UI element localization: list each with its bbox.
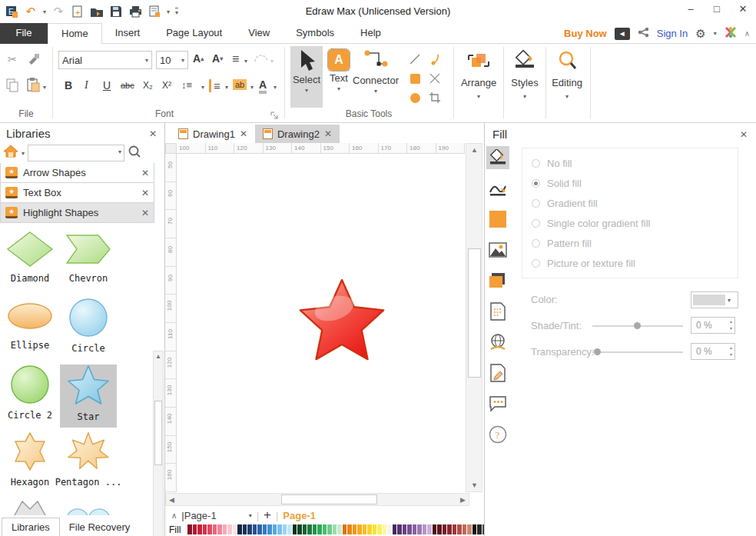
vertical-scrollbar[interactable]: ▲ ▼ xyxy=(466,143,482,492)
section-close-icon[interactable]: ✕ xyxy=(141,168,149,178)
menu-tab[interactable]: Symbols xyxy=(283,23,347,44)
shade-tint-spinbox[interactable]: 0 % ▴▾ xyxy=(691,317,735,334)
palette-swatch[interactable] xyxy=(193,524,197,534)
menu-tab[interactable]: File xyxy=(0,23,48,44)
line-spacing-icon[interactable]: ↕≡ xyxy=(181,79,192,91)
font-size-combo[interactable]: 10 ▾ xyxy=(156,51,188,69)
palette-swatch[interactable] xyxy=(383,524,387,534)
palette-swatch[interactable] xyxy=(363,524,367,534)
palette-swatch[interactable] xyxy=(417,524,422,534)
palette-swatch[interactable] xyxy=(333,524,337,534)
home-dropdown-icon[interactable]: ▾ xyxy=(22,150,25,157)
align-text-icon[interactable]: ≡ xyxy=(232,52,239,66)
spin-up-icon[interactable]: ▴ xyxy=(730,318,732,325)
transparency-slider[interactable] xyxy=(592,351,683,353)
styles-button[interactable]: Styles ▾ xyxy=(506,46,544,108)
page-dropdown[interactable]: |Page-1 xyxy=(181,510,216,521)
redo-icon[interactable]: ↷ xyxy=(51,5,65,18)
scroll-up-icon[interactable]: ▲ xyxy=(471,146,478,154)
palette-swatch[interactable] xyxy=(467,524,472,534)
spin-up-icon[interactable]: ▴ xyxy=(730,345,732,351)
menu-tab[interactable]: Insert xyxy=(102,23,154,44)
comment-tab-icon[interactable] xyxy=(486,392,509,415)
vertical-scrollbar-thumb[interactable] xyxy=(468,248,481,378)
palette-swatch[interactable] xyxy=(443,524,447,534)
line-spacing-dropdown-icon[interactable]: ▾ xyxy=(201,84,204,91)
crop-tool-icon[interactable] xyxy=(427,90,443,105)
ellipse-tool-icon[interactable] xyxy=(407,90,423,105)
palette-swatch[interactable] xyxy=(457,524,462,534)
superscript-button[interactable]: X² xyxy=(162,80,171,91)
palette-swatch[interactable] xyxy=(297,524,302,534)
palette-swatch[interactable] xyxy=(433,524,437,534)
fill-tab-icon[interactable] xyxy=(486,146,509,169)
collapse-ribbon-icon[interactable]: ∧ xyxy=(744,29,750,38)
palette-swatch[interactable] xyxy=(313,524,317,534)
font-family-dropdown-icon[interactable]: ▾ xyxy=(145,57,148,64)
palette-swatch[interactable] xyxy=(197,524,202,534)
line-style-tab-icon[interactable] xyxy=(486,177,509,200)
radio-icon[interactable] xyxy=(532,239,540,248)
shape-item-partial-gray[interactable] xyxy=(2,498,58,515)
tab-close-icon[interactable]: ✕ xyxy=(324,128,332,139)
layers-tab-icon[interactable] xyxy=(486,269,509,292)
buy-now-link[interactable]: Buy Now xyxy=(564,28,607,39)
option-solid-fill[interactable]: Solid fill xyxy=(532,178,582,189)
tab-libraries[interactable]: Libraries xyxy=(2,518,60,536)
palette-swatch[interactable] xyxy=(323,524,327,534)
library-section-text-box[interactable]: ★ Text Box ✕ xyxy=(0,183,154,203)
minimize-button[interactable]: – xyxy=(678,0,704,20)
palette-swatch[interactable] xyxy=(243,524,247,534)
palette-swatch[interactable] xyxy=(303,524,307,534)
shrink-font-button[interactable]: A▾ xyxy=(212,52,223,65)
palette-swatch[interactable] xyxy=(403,524,407,534)
palette-swatch[interactable] xyxy=(223,524,227,534)
palette-swatch[interactable] xyxy=(437,524,442,534)
palette-swatch[interactable] xyxy=(263,524,267,534)
freeform-tool-icon[interactable] xyxy=(427,71,443,86)
close-button[interactable]: ✕ xyxy=(730,0,756,20)
text-tool-button[interactable]: A Text ▾ xyxy=(326,46,352,108)
palette-swatch[interactable] xyxy=(217,524,222,534)
community-logo-icon[interactable] xyxy=(724,26,737,42)
customize-toolbar-icon[interactable]: ▾ xyxy=(175,8,178,16)
tab-close-icon[interactable]: ✕ xyxy=(240,128,247,139)
scroll-up-icon[interactable]: ▲ xyxy=(154,353,163,360)
underline-button[interactable]: U xyxy=(103,79,111,92)
shade-tint-slider-handle[interactable] xyxy=(634,322,641,329)
palette-swatch[interactable] xyxy=(407,524,412,534)
list-dropdown-icon[interactable]: ▾ xyxy=(225,84,228,91)
format-painter-icon[interactable] xyxy=(28,53,40,65)
gear-dropdown-icon[interactable]: ▾ xyxy=(714,30,717,37)
strikethrough-button[interactable]: abc xyxy=(121,81,134,90)
palette-swatch[interactable] xyxy=(472,524,477,534)
shape-item-hexagon[interactable]: Hexagon xyxy=(2,431,58,494)
undo-icon[interactable]: ↶ xyxy=(24,5,38,18)
align-dropdown-icon[interactable]: ▾ xyxy=(244,58,247,65)
search-icon[interactable] xyxy=(128,145,141,161)
sign-in-link[interactable]: Sign In xyxy=(657,28,688,39)
export-document-icon[interactable] xyxy=(148,5,161,18)
page-tab-page-1[interactable]: Page-1 xyxy=(283,510,316,521)
picture-tab-icon[interactable] xyxy=(486,238,509,261)
share-icon[interactable] xyxy=(638,27,649,41)
red-star-shape[interactable] xyxy=(296,275,390,365)
rotate-dropdown-icon[interactable]: ▾ xyxy=(270,58,274,65)
radio-icon[interactable] xyxy=(532,159,540,168)
fill-panel-close-icon[interactable]: ✕ xyxy=(740,129,748,140)
arrange-button[interactable]: Arrange ▾ xyxy=(457,46,500,108)
grow-font-button[interactable]: A▴ xyxy=(193,52,204,65)
palette-swatch[interactable] xyxy=(413,524,417,534)
section-close-icon[interactable]: ✕ xyxy=(141,188,149,198)
palette-swatch[interactable] xyxy=(453,524,457,534)
select-tool-button[interactable]: Select ▾ xyxy=(290,46,323,108)
shape-item-ellipse[interactable]: Ellipse xyxy=(2,298,58,361)
palette-swatch[interactable] xyxy=(387,524,392,534)
palette-swatch[interactable] xyxy=(463,524,467,534)
page-dropdown-icon[interactable]: ▾ xyxy=(249,512,252,519)
undo-dropdown-icon[interactable]: ▾ xyxy=(43,8,46,15)
radio-icon[interactable] xyxy=(532,199,540,208)
spin-down-icon[interactable]: ▾ xyxy=(730,351,732,358)
open-folder-icon[interactable] xyxy=(90,5,104,18)
palette-swatch[interactable] xyxy=(237,524,242,534)
